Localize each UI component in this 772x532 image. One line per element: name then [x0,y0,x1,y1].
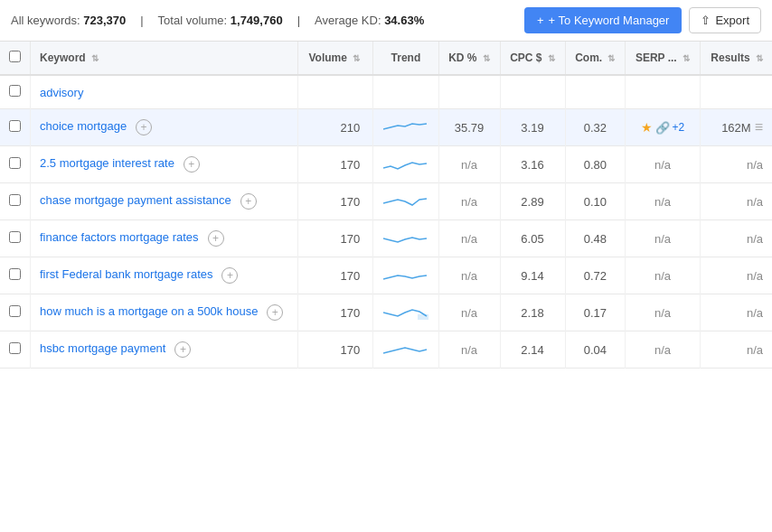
divider2: | [297,14,300,27]
row-checkbox[interactable] [0,183,31,220]
header-volume[interactable]: Volume ⇅ [297,42,372,75]
cpc-cell: 9.14 [500,257,565,294]
add-keyword-icon[interactable]: + [208,230,224,247]
add-keyword-icon[interactable]: + [174,341,191,358]
volume-cell: 170 [297,220,372,257]
results-cell: n/a [700,294,772,331]
stats-bar: All keywords: 723,370 | Total volume: 1,… [11,14,524,27]
kd-cell: n/a [438,146,500,183]
keyword-link[interactable]: choice mortgage [40,119,127,133]
cpc-sort-icon: ⇅ [548,53,555,63]
keyword-cell: choice mortgage + [31,109,298,146]
trend-cell [373,331,438,369]
serp-sort-icon: ⇅ [683,53,690,63]
sparkline-chart [383,303,428,322]
keyword-link[interactable]: how much is a mortgage on a 500k house [40,304,258,318]
keyword-link[interactable]: advisory [40,86,83,99]
row-checkbox[interactable] [0,331,31,369]
row-checkbox[interactable] [0,294,31,331]
table-header-row: Keyword ⇅ Volume ⇅ Trend KD % ⇅ CPC $ ⇅ … [0,42,772,75]
row-checkbox[interactable] [0,109,31,146]
volume-cell: 170 [297,331,372,369]
com-cell: 0.72 [565,257,626,294]
add-keyword-icon[interactable]: + [240,193,257,210]
avg-kd-value: 34.63% [384,14,424,27]
row-checkbox[interactable] [0,257,31,294]
row-checkbox[interactable] [0,75,31,109]
top-bar: All keywords: 723,370 | Total volume: 1,… [0,0,772,42]
add-keyword-icon[interactable]: + [136,119,152,135]
total-volume-label: Total volume: 1,749,760 [158,14,283,27]
select-all-checkbox[interactable] [9,51,21,62]
row-select-checkbox[interactable] [9,342,21,354]
add-keyword-icon[interactable]: + [184,156,200,173]
com-cell: 0.80 [565,146,626,183]
results-cell: n/a [700,146,772,183]
export-label: Export [715,14,749,27]
sparkline-chart [383,229,428,247]
results-cell: n/a [700,257,772,294]
all-keywords-value: 723,370 [83,14,126,27]
keyword-cell: hsbc mortgage payment + [31,331,298,369]
com-cell: 0.04 [565,331,626,369]
com-cell: 0.17 [565,294,626,331]
volume-cell [297,75,372,109]
results-cell: n/a [700,220,772,257]
keyword-cell: first Federal bank mortgage rates + [31,257,298,294]
row-select-checkbox[interactable] [9,157,21,169]
keyword-link[interactable]: chase mortgage payment assistance [40,193,231,207]
results-details-icon[interactable]: ≡ [755,119,763,135]
row-select-checkbox[interactable] [9,120,21,132]
cpc-cell: 3.16 [500,146,565,183]
cpc-cell: 2.18 [500,294,565,331]
serp-cell: n/a [626,257,701,294]
volume-cell: 210 [297,109,372,146]
add-keyword-icon[interactable]: + [221,267,238,284]
table-row: choice mortgage + 210 35.79 3.19 0.32 ★ … [0,109,772,146]
avg-kd-label: Average KD: 34.63% [315,14,424,27]
export-button[interactable]: ⇧ Export [689,7,761,33]
keyword-link[interactable]: hsbc mortgage payment [40,341,165,355]
row-select-checkbox[interactable] [9,231,21,243]
header-serp[interactable]: SERP ... ⇅ [626,42,701,75]
row-checkbox[interactable] [0,220,31,257]
trend-cell [373,146,438,183]
table-row: 2.5 mortgage interest rate + 170 n/a 3.1… [0,146,772,183]
table-row: hsbc mortgage payment + 170 n/a 2.14 0.0… [0,331,772,369]
plus-icon: + [537,14,544,27]
keyword-link[interactable]: finance factors mortgage rates [40,230,199,244]
keyword-manager-button[interactable]: + + To Keyword Manager [524,7,682,33]
trend-cell [373,257,438,294]
row-select-checkbox[interactable] [9,85,21,97]
keyword-cell: chase mortgage payment assistance + [31,183,298,220]
row-select-checkbox[interactable] [9,305,21,317]
add-keyword-icon[interactable]: + [267,304,283,321]
header-com[interactable]: Com. ⇅ [565,42,626,75]
header-kd[interactable]: KD % ⇅ [438,42,500,75]
link-icon: 🔗 [655,121,670,135]
cpc-cell [500,75,565,109]
serp-cell: n/a [626,331,701,369]
keywords-table: Keyword ⇅ Volume ⇅ Trend KD % ⇅ CPC $ ⇅ … [0,42,772,369]
header-checkbox[interactable] [0,42,31,75]
sparkline-chart [383,155,428,173]
keyword-link[interactable]: 2.5 mortgage interest rate [40,156,174,170]
header-cpc[interactable]: CPC $ ⇅ [500,42,565,75]
results-value: 162M [721,121,751,135]
cpc-cell: 6.05 [500,220,565,257]
kd-cell: n/a [438,294,500,331]
header-results[interactable]: Results ⇅ [700,42,772,75]
trend-cell [373,294,438,331]
serp-cell: n/a [626,146,701,183]
row-checkbox[interactable] [0,146,31,183]
header-keyword[interactable]: Keyword ⇅ [31,42,298,75]
keyword-cell: finance factors mortgage rates + [31,220,298,257]
row-select-checkbox[interactable] [9,194,21,206]
kd-cell: 35.79 [438,109,500,146]
row-select-checkbox[interactable] [9,268,21,280]
keyword-link[interactable]: first Federal bank mortgage rates [40,267,212,281]
keyword-cell: 2.5 mortgage interest rate + [31,146,298,183]
keyword-cell: advisory [31,75,298,109]
serp-extra: +2 [673,121,685,134]
top-bar-actions: + + To Keyword Manager ⇧ Export [524,7,761,33]
